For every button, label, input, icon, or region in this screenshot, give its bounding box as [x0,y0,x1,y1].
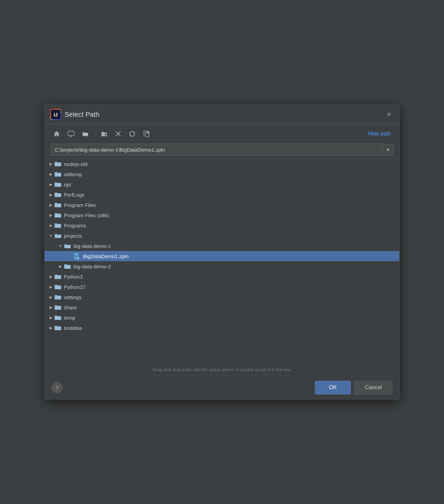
expand-toggle[interactable]: ▶ [47,324,54,331]
item-label: big-data-demo-2 [73,264,111,269]
item-label: BigDataDemo1.zpln [83,253,128,259]
tree-item-big-data-demo-2[interactable]: ▶big-data-demo-2 [45,261,399,271]
folder-icon [54,181,62,187]
folder-icon [54,325,62,331]
ok-button[interactable]: OK [315,381,351,394]
folder-icon [54,314,62,321]
expand-toggle[interactable]: ▶ [47,171,54,178]
tree-item-nodejs-old[interactable]: ▶nodejs-old [45,159,399,169]
expand-toggle[interactable]: ▶ [47,201,54,208]
folder-icon [54,202,62,208]
folder-icon [54,212,62,218]
svg-text:Z: Z [78,257,79,260]
folder-icon [54,222,62,228]
open-folder-button[interactable] [79,128,92,140]
folder-icon [54,192,62,198]
expand-toggle[interactable]: ▶ [47,314,54,321]
path-dropdown-button[interactable]: ▼ [382,144,394,155]
drag-hint: Drag and drop a file into the space abov… [45,363,399,376]
item-label: big-data-demo-1 [73,243,111,249]
new-folder-button[interactable] [98,128,111,140]
expand-toggle[interactable]: ▶ [47,283,54,290]
item-label: Python3 [64,274,83,280]
expand-toggle[interactable]: ▾ [57,242,64,249]
item-label: oldtemp [64,171,82,177]
path-bar: ▼ [50,144,394,156]
tree-item-program-files[interactable]: ▶Program Files [45,200,399,210]
dialog-title: Select Path [65,111,380,118]
expand-toggle[interactable]: ▶ [47,212,54,219]
item-label: temp [64,315,75,321]
item-label: nodejs-old [64,161,87,167]
hide-path-button[interactable]: Hide path [365,129,394,139]
tree-item-python27[interactable]: ▶Python27 [45,282,399,292]
item-label: Program Files [64,202,96,208]
folder-icon [54,274,62,280]
item-label: opt [64,182,71,187]
expand-toggle[interactable]: ▶ [47,160,54,167]
item-label: projects [64,233,82,239]
title-bar: IJ Select Path × [45,105,399,124]
path-input[interactable] [50,144,382,156]
delete-button[interactable] [112,128,124,140]
expand-toggle[interactable]: ▶ [57,263,64,270]
tree-item-bigdatademo1-zpln[interactable]: ▶ Z BigDataDemo1.zpln [45,251,399,261]
svg-rect-12 [75,255,78,256]
help-button[interactable]: ? [52,382,63,393]
toolbar: Hide path [45,124,399,144]
folder-icon [64,263,71,269]
item-label: PerfLogs [64,192,84,198]
folder-icon [64,243,71,249]
tree-item-program-files-x86[interactable]: ▶Program Files (x86) [45,210,399,220]
expand-toggle[interactable]: ▾ [47,232,54,239]
tree-item-programs[interactable]: ▶Programs [45,220,399,230]
cancel-button[interactable]: Cancel [354,381,392,394]
folder-icon [54,294,62,300]
item-label: Programs [64,223,86,228]
folder-icon [54,304,62,310]
footer: ? OK Cancel [45,376,399,399]
tree-item-testidea[interactable]: ▶testidea [45,323,399,333]
item-label: testidea [64,325,82,331]
tree-item-python3[interactable]: ▶Python3 [45,271,399,282]
toolbar-buttons [50,128,153,140]
separator-1 [95,130,95,138]
file-tree[interactable]: ▶nodejs-old▶oldtemp▶opt▶PerfLogs▶Program… [45,158,399,363]
tree-item-opt[interactable]: ▶opt [45,179,399,190]
folder-icon [54,171,62,177]
copy-path-button[interactable] [140,128,153,140]
tree-item-big-data-demo-1[interactable]: ▾big-data-demo-1 [45,241,399,251]
select-path-dialog: IJ Select Path × [44,104,400,400]
app-icon: IJ [50,109,61,120]
desktop-button[interactable] [65,128,78,140]
expand-toggle[interactable]: ▶ [47,273,54,280]
close-button[interactable]: × [384,109,394,120]
expand-toggle[interactable]: ▶ [47,304,54,311]
tree-item-settings[interactable]: ▶settings [45,292,399,302]
tree-item-perflogs[interactable]: ▶PerfLogs [45,190,399,200]
item-label: Python27 [64,284,85,290]
expand-toggle[interactable]: ▶ [47,181,54,188]
folder-icon [54,161,62,167]
item-label: Program Files (x86) [64,212,109,218]
tree-item-temp[interactable]: ▶temp [45,312,399,323]
svg-rect-13 [75,256,77,257]
svg-text:IJ: IJ [54,112,58,117]
svg-rect-2 [68,131,74,136]
expand-toggle[interactable]: ▶ [47,191,54,198]
expand-toggle[interactable]: ▶ [47,294,54,300]
expand-toggle[interactable]: ▶ [47,222,54,229]
folder-icon [54,233,62,239]
refresh-button[interactable] [126,128,139,140]
tree-item-share[interactable]: ▶share [45,302,399,312]
tree-item-oldtemp[interactable]: ▶oldtemp [45,169,399,179]
item-label: settings [64,294,82,300]
home-button[interactable] [50,128,63,140]
folder-icon [54,284,62,290]
item-label: share [64,305,77,310]
tree-item-projects[interactable]: ▾projects [45,230,399,241]
file-icon: Z [73,253,81,260]
